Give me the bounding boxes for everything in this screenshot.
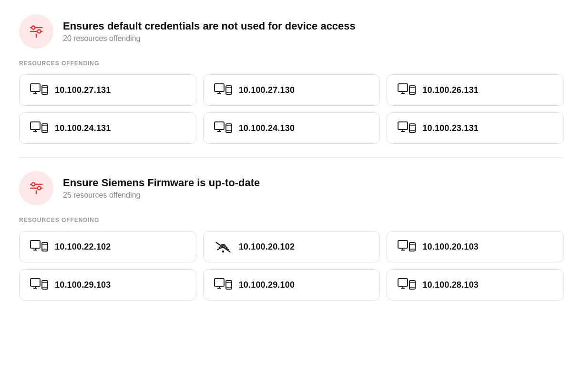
- device-icon-1-2: [214, 83, 232, 97]
- device-icon-1-1: [30, 83, 48, 97]
- resource-ip-2-5: 10.100.29.100: [239, 280, 295, 290]
- settings-alert-icon-1: [28, 23, 45, 40]
- svg-rect-6: [31, 84, 40, 91]
- svg-rect-68: [215, 279, 224, 286]
- device-icon-2-5: [214, 278, 232, 291]
- resource-ip-1-6: 10.100.23.131: [422, 123, 478, 133]
- device-icon-1-6: [398, 121, 416, 135]
- svg-rect-36: [398, 122, 408, 130]
- policy-title-2: Ensure Siemens Firmware is up-to-date: [63, 177, 260, 189]
- policy-subtitle-2: 25 resources offending: [63, 191, 260, 200]
- resource-card-1-3[interactable]: 10.100.26.131: [387, 74, 564, 106]
- svg-rect-56: [398, 241, 408, 248]
- resources-label-2: RESOURCES OFFENDING: [19, 217, 564, 223]
- policy-icon-wrapper-1: [19, 14, 53, 49]
- svg-rect-71: [226, 281, 232, 289]
- svg-rect-24: [31, 122, 40, 130]
- svg-rect-33: [226, 124, 232, 132]
- svg-rect-48: [31, 241, 40, 248]
- svg-point-3: [38, 30, 41, 33]
- svg-rect-65: [42, 281, 48, 289]
- device-icon-1-5: [214, 121, 232, 135]
- policy-info-2: Ensure Siemens Firmware is up-to-date 25…: [63, 177, 260, 200]
- resource-card-1-2[interactable]: 10.100.27.130: [203, 74, 380, 106]
- resource-card-2-6[interactable]: 10.100.28.103: [387, 269, 564, 301]
- policy-section-1: Ensures default credentials are not used…: [19, 14, 564, 144]
- svg-rect-39: [409, 124, 415, 132]
- svg-point-1: [32, 26, 35, 30]
- svg-rect-51: [42, 242, 48, 251]
- policy-title-1: Ensures default credentials are not used…: [63, 20, 356, 32]
- resource-ip-1-4: 10.100.24.131: [55, 123, 111, 133]
- resource-ip-1-1: 10.100.27.131: [55, 85, 111, 95]
- device-icon-1-4: [30, 121, 48, 135]
- resource-ip-2-6: 10.100.28.103: [422, 280, 478, 290]
- device-icon-1-3: [398, 83, 416, 97]
- resource-ip-2-2: 10.100.20.102: [239, 242, 295, 252]
- resource-card-1-1[interactable]: 10.100.27.131: [19, 74, 196, 106]
- svg-rect-30: [215, 122, 224, 130]
- resource-card-2-4[interactable]: 10.100.29.103: [19, 269, 196, 301]
- svg-rect-59: [409, 242, 415, 251]
- svg-point-47: [36, 191, 37, 192]
- policy-header-1: Ensures default credentials are not used…: [19, 14, 564, 49]
- device-icon-2-6: [398, 278, 416, 291]
- svg-point-5: [36, 34, 37, 35]
- device-alt-icon-2-2: [214, 240, 232, 253]
- resource-ip-1-2: 10.100.27.130: [239, 85, 295, 95]
- resource-card-1-6[interactable]: 10.100.23.131: [387, 112, 564, 144]
- resource-card-2-2[interactable]: 10.100.20.102: [203, 231, 380, 262]
- device-icon-2-4: [30, 278, 48, 291]
- svg-point-45: [38, 187, 41, 190]
- svg-rect-21: [409, 86, 415, 94]
- resource-ip-1-3: 10.100.26.131: [422, 85, 478, 95]
- policy-header-2: Ensure Siemens Firmware is up-to-date 25…: [19, 171, 564, 205]
- resource-card-2-5[interactable]: 10.100.29.100: [203, 269, 380, 301]
- svg-point-43: [32, 183, 35, 186]
- policy-subtitle-1: 20 resources offending: [63, 34, 356, 43]
- svg-rect-62: [31, 279, 40, 286]
- svg-rect-27: [42, 124, 48, 132]
- policy-section-2: Ensure Siemens Firmware is up-to-date 25…: [19, 171, 564, 301]
- resource-ip-2-4: 10.100.29.103: [55, 280, 111, 290]
- svg-rect-77: [409, 281, 415, 289]
- svg-rect-12: [215, 84, 224, 91]
- resource-card-2-1[interactable]: 10.100.22.102: [19, 231, 196, 262]
- resource-card-1-4[interactable]: 10.100.24.131: [19, 112, 196, 144]
- policy-info-1: Ensures default credentials are not used…: [63, 20, 356, 43]
- svg-rect-15: [226, 86, 232, 94]
- resource-ip-1-5: 10.100.24.130: [239, 123, 295, 133]
- resource-ip-2-1: 10.100.22.102: [55, 242, 111, 252]
- device-icon-2-1: [30, 240, 48, 253]
- page-container: Ensures default credentials are not used…: [19, 14, 564, 301]
- resource-card-1-5[interactable]: 10.100.24.130: [203, 112, 380, 144]
- policy-icon-wrapper-2: [19, 171, 53, 205]
- section-divider: [19, 157, 564, 158]
- svg-rect-74: [398, 279, 408, 286]
- resources-grid-2: 10.100.22.102 10.100.20.102: [19, 231, 564, 301]
- svg-rect-18: [398, 84, 408, 91]
- svg-rect-9: [42, 86, 48, 94]
- device-icon-2-3: [398, 240, 416, 253]
- svg-point-54: [222, 251, 224, 253]
- resources-grid-1: 10.100.27.131 10.100.27.130: [19, 74, 564, 144]
- resource-card-2-3[interactable]: 10.100.20.103: [387, 231, 564, 262]
- resource-ip-2-3: 10.100.20.103: [422, 242, 478, 252]
- settings-alert-icon-2: [28, 180, 45, 197]
- resources-label-1: RESOURCES OFFENDING: [19, 60, 564, 67]
